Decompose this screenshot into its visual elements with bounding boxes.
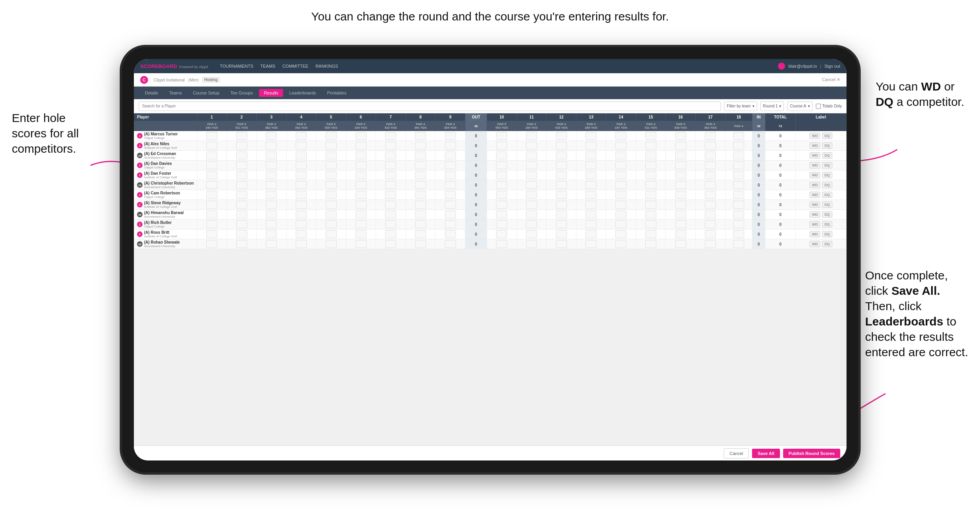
hole-17-input[interactable] (705, 220, 716, 228)
hole-7-input[interactable] (385, 132, 396, 140)
hole-18-input[interactable] (733, 240, 744, 248)
hole-16-input[interactable] (675, 142, 686, 150)
hole-11-input[interactable] (526, 230, 537, 238)
hole-18-cell[interactable] (725, 151, 752, 161)
hole-5-cell[interactable] (316, 239, 346, 249)
hole-2-cell[interactable] (227, 190, 257, 200)
hole-16-input[interactable] (675, 220, 686, 228)
hole-16-cell[interactable] (666, 200, 696, 210)
hole-6-cell[interactable] (346, 200, 376, 210)
hole-18-cell[interactable] (725, 180, 752, 190)
hole-16-cell[interactable] (666, 210, 696, 220)
hole-1-input[interactable] (206, 181, 217, 189)
hole-8-cell[interactable] (406, 131, 435, 141)
hole-17-cell[interactable] (696, 180, 726, 190)
hole-8-cell[interactable] (406, 220, 435, 229)
hole-2-input[interactable] (236, 161, 247, 169)
hole-9-input[interactable] (445, 191, 456, 199)
hole-2-cell[interactable] (227, 170, 257, 180)
hole-14-input[interactable] (615, 142, 626, 150)
publish-button[interactable]: Publish Round Scores (783, 449, 840, 458)
hole-1-input[interactable] (206, 152, 217, 159)
hole-15-input[interactable] (645, 161, 656, 169)
hole-1-cell[interactable] (197, 229, 227, 239)
hole-1-cell[interactable] (197, 239, 227, 249)
hole-10-cell[interactable] (487, 170, 517, 180)
hole-16-input[interactable] (675, 230, 686, 238)
hole-5-input[interactable] (326, 220, 337, 228)
hole-4-input[interactable] (296, 142, 307, 150)
wd-button[interactable]: WD (810, 172, 820, 178)
hole-7-cell[interactable] (376, 161, 406, 170)
hole-10-input[interactable] (496, 171, 507, 179)
hole-1-input[interactable] (206, 161, 217, 169)
hole-6-input[interactable] (356, 161, 367, 169)
hole-13-cell[interactable] (576, 200, 606, 210)
tab-leaderboards[interactable]: Leaderboards (285, 89, 321, 97)
hole-2-cell[interactable] (227, 220, 257, 229)
hole-1-cell[interactable] (197, 141, 227, 151)
dq-button[interactable]: DQ (822, 162, 832, 168)
hole-6-cell[interactable] (346, 141, 376, 151)
nav-committee[interactable]: COMMITTEE (282, 64, 308, 68)
hole-11-input[interactable] (526, 181, 537, 189)
hole-4-cell[interactable] (286, 161, 316, 170)
hole-3-input[interactable] (266, 230, 277, 238)
hole-18-input[interactable] (733, 142, 744, 150)
hole-11-input[interactable] (526, 211, 537, 218)
hole-15-input[interactable] (645, 181, 656, 189)
hole-2-cell[interactable] (227, 210, 257, 220)
hole-9-cell[interactable] (435, 151, 465, 161)
hole-6-cell[interactable] (346, 190, 376, 200)
hole-2-input[interactable] (236, 240, 247, 248)
hole-14-input[interactable] (615, 132, 626, 140)
hole-8-input[interactable] (415, 152, 426, 159)
hole-1-cell[interactable] (197, 151, 227, 161)
hole-15-input[interactable] (645, 152, 656, 159)
hole-10-cell[interactable] (487, 161, 517, 170)
hole-9-input[interactable] (445, 142, 456, 150)
hole-16-cell[interactable] (666, 220, 696, 229)
save-all-button[interactable]: Save All (752, 449, 780, 458)
hole-13-cell[interactable] (576, 239, 606, 249)
hole-1-input[interactable] (206, 240, 217, 248)
hole-11-cell[interactable] (517, 210, 547, 220)
hole-17-input[interactable] (705, 191, 716, 199)
hole-1-input[interactable] (206, 211, 217, 218)
hole-3-cell[interactable] (256, 131, 286, 141)
hole-13-cell[interactable] (576, 210, 606, 220)
hole-16-input[interactable] (675, 171, 686, 179)
hole-12-input[interactable] (556, 181, 567, 189)
hole-15-cell[interactable] (636, 131, 666, 141)
hole-3-input[interactable] (266, 171, 277, 179)
hole-4-input[interactable] (296, 152, 307, 159)
hole-4-input[interactable] (296, 230, 307, 238)
hole-16-input[interactable] (675, 201, 686, 209)
hole-4-cell[interactable] (286, 200, 316, 210)
hole-8-input[interactable] (415, 201, 426, 209)
hole-17-cell[interactable] (696, 131, 726, 141)
hole-2-input[interactable] (236, 230, 247, 238)
hole-11-cell[interactable] (517, 190, 547, 200)
hole-7-input[interactable] (385, 230, 396, 238)
hole-8-cell[interactable] (406, 239, 435, 249)
hole-5-cell[interactable] (316, 220, 346, 229)
hole-17-cell[interactable] (696, 229, 726, 239)
hole-13-input[interactable] (585, 181, 597, 189)
hole-15-cell[interactable] (636, 239, 666, 249)
hole-14-input[interactable] (615, 220, 626, 228)
hole-4-cell[interactable] (286, 141, 316, 151)
hole-7-input[interactable] (385, 152, 396, 159)
hole-17-input[interactable] (705, 211, 716, 218)
hole-11-cell[interactable] (517, 141, 547, 151)
hole-10-cell[interactable] (487, 210, 517, 220)
hole-5-input[interactable] (326, 230, 337, 238)
hole-6-input[interactable] (356, 201, 367, 209)
hole-1-cell[interactable] (197, 180, 227, 190)
hole-13-cell[interactable] (576, 170, 606, 180)
hole-15-cell[interactable] (636, 151, 666, 161)
wd-button[interactable]: WD (810, 152, 820, 159)
hole-10-cell[interactable] (487, 229, 517, 239)
hole-1-input[interactable] (206, 171, 217, 179)
hole-3-cell[interactable] (256, 180, 286, 190)
